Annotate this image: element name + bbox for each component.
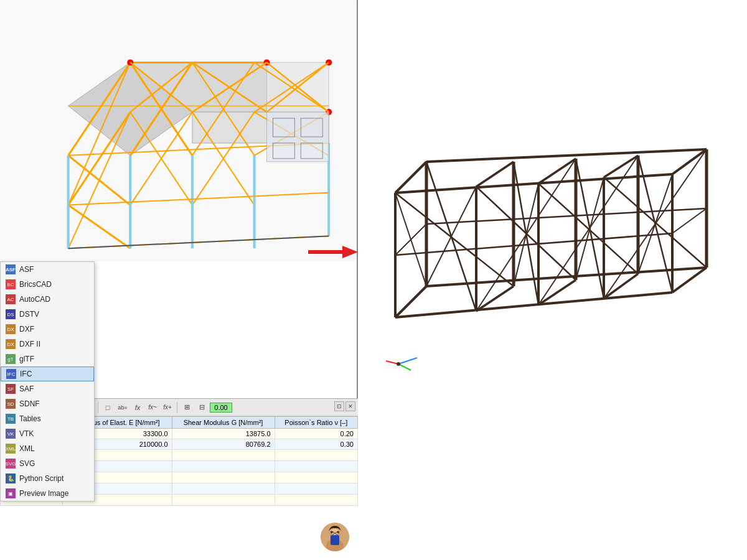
cell-shear-0: 13875.0 xyxy=(172,429,275,439)
context-menu: ASFASFBCBricsCADACAutoCADDSDSTVDXDXFDXDX… xyxy=(0,261,95,502)
empty-cell xyxy=(172,461,275,472)
menu-item-xml[interactable]: XMLXML xyxy=(1,441,94,456)
restore-button[interactable]: ⊡ xyxy=(334,401,344,411)
svg-marker-61 xyxy=(342,246,358,258)
autocad-icon: AC xyxy=(6,294,16,304)
left-panel: ASFASFBCBricsCADACAutoCADDSDSTVDXDXFDXDX… xyxy=(0,0,358,560)
dxf-icon: DX xyxy=(6,324,16,334)
menu-item-label-bricscad: BricsCAD xyxy=(19,280,52,289)
menu-item-label-dxfii: DXF II xyxy=(19,340,40,348)
tb-fx1[interactable]: fx xyxy=(131,401,144,414)
cell-poisson-0: 0.20 xyxy=(275,429,358,439)
menu-item-label-vtk: VTK xyxy=(19,429,34,438)
menu-item-gltf[interactable]: gTglTF xyxy=(1,352,94,366)
dxfii-icon: DX xyxy=(6,339,16,349)
menu-item-ifc[interactable]: IFCIFC xyxy=(1,366,94,381)
menu-item-python[interactable]: 🐍Python Script xyxy=(1,471,94,486)
asf-icon: ASF xyxy=(6,264,16,274)
menu-item-preview[interactable]: ▣Preview Image xyxy=(1,486,94,501)
menu-item-label-tables: Tables xyxy=(19,414,41,423)
menu-item-label-sdnf: SDNF xyxy=(19,399,40,408)
empty-cell xyxy=(172,450,275,461)
empty-cell xyxy=(275,450,358,461)
svg-icon: SVG xyxy=(6,459,16,469)
menu-item-label-saf: SAF xyxy=(19,385,34,393)
main-container: ASFASFBCBricsCADACAutoCADDSDSTVDXDXFDXDX… xyxy=(0,0,747,560)
tables-icon: TB xyxy=(6,414,16,424)
menu-item-label-gltf: glTF xyxy=(19,355,34,363)
menu-item-dxf[interactable]: DXDXF xyxy=(1,322,94,337)
menu-item-label-xml: XML xyxy=(19,444,35,453)
empty-cell xyxy=(275,483,358,495)
tb-grid1[interactable]: ⊞ xyxy=(180,401,194,414)
arrow-container xyxy=(308,243,358,263)
avatar xyxy=(321,523,349,551)
menu-item-svg[interactable]: SVGSVG xyxy=(1,456,94,471)
tb-rect[interactable]: □ xyxy=(101,401,115,414)
menu-item-label-preview: Preview Image xyxy=(19,489,68,498)
menu-item-label-svg: SVG xyxy=(19,459,35,468)
model-view-right xyxy=(358,0,747,417)
xml-icon: XML xyxy=(6,444,16,454)
col-header-shear: Shear Modulus G [N/mm²] xyxy=(172,417,275,429)
python-icon: 🐍 xyxy=(6,474,16,483)
empty-cell xyxy=(275,472,358,483)
empty-cell xyxy=(172,472,275,483)
empty-cell xyxy=(275,461,358,472)
menu-item-dxfii[interactable]: DXDXF II xyxy=(1,337,94,352)
sep2 xyxy=(98,402,98,413)
tb-grid2[interactable]: ⊟ xyxy=(195,401,209,414)
menu-item-sdnf[interactable]: SDSDNF xyxy=(1,396,94,411)
direction-arrow xyxy=(308,243,358,261)
menu-item-vtk[interactable]: VKVTK xyxy=(1,426,94,441)
empty-cell xyxy=(275,495,358,506)
dstv-icon: DS xyxy=(6,309,16,319)
menu-item-label-asf: ASF xyxy=(19,265,34,274)
saf-icon: SF xyxy=(6,384,16,394)
menu-item-saf[interactable]: SFSAF xyxy=(1,381,94,396)
menu-item-label-python: Python Script xyxy=(19,474,63,483)
menu-item-dstv[interactable]: DSDSTV xyxy=(1,307,94,322)
close-button[interactable]: ✕ xyxy=(345,401,355,411)
sdnf-icon: SD xyxy=(6,399,16,409)
tb-fx3[interactable]: fx+ xyxy=(161,401,174,414)
col-header-poisson: Poisson`s Ratio ν [–] xyxy=(275,417,358,429)
menu-item-tables[interactable]: TBTables xyxy=(1,411,94,426)
gltf-icon: gT xyxy=(6,354,16,364)
tb-value[interactable]: 0.00 xyxy=(210,403,232,413)
dialog-controls: ⊡ ✕ xyxy=(334,401,355,411)
svg-rect-54 xyxy=(331,535,339,545)
menu-item-bricscad[interactable]: BCBricsCAD xyxy=(1,277,94,292)
empty-cell xyxy=(172,495,275,506)
menu-item-label-autocad: AutoCAD xyxy=(19,295,50,304)
cell-shear-1: 80769.2 xyxy=(172,439,275,450)
cell-poisson-1: 0.30 xyxy=(275,439,358,450)
menu-item-label-dxf: DXF xyxy=(19,325,34,334)
ifc-icon: IFC xyxy=(6,369,16,379)
tb-fx2[interactable]: fx~ xyxy=(146,401,159,414)
preview-icon: ▣ xyxy=(6,488,16,498)
empty-cell xyxy=(172,483,275,495)
svg-point-112 xyxy=(397,362,400,366)
menu-item-asf[interactable]: ASFASF xyxy=(1,262,94,277)
right-panel xyxy=(358,0,747,560)
menu-item-label-ifc: IFC xyxy=(20,370,32,378)
sep3 xyxy=(177,402,177,413)
model-view-left xyxy=(0,0,357,261)
avatar-container xyxy=(321,523,352,560)
menu-item-autocad[interactable]: ACAutoCAD xyxy=(1,292,94,307)
vtk-icon: VK xyxy=(6,429,16,439)
tb-ab[interactable]: ab= xyxy=(116,401,129,414)
bricscad-icon: BC xyxy=(6,279,16,289)
menu-item-label-dstv: DSTV xyxy=(19,310,39,319)
